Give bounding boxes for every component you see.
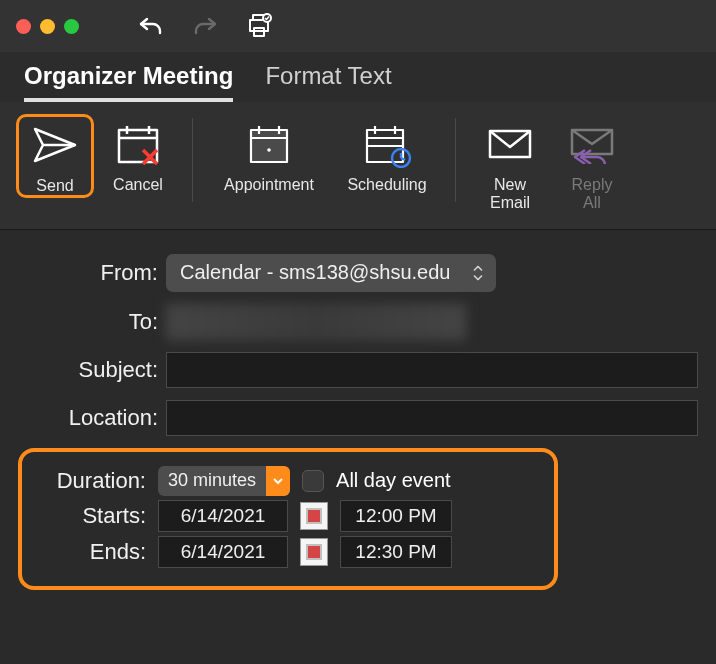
subject-label: Subject:: [18, 357, 158, 383]
chevron-updown-icon: [472, 265, 486, 280]
cancel-button[interactable]: Cancel: [100, 114, 176, 194]
subject-field[interactable]: [166, 352, 698, 388]
start-date-picker-icon[interactable]: [300, 502, 328, 530]
from-value: Calendar - sms138@shsu.edu: [180, 261, 450, 284]
location-field[interactable]: [166, 400, 698, 436]
window-minimize-button[interactable]: [40, 19, 55, 34]
end-date-picker-icon[interactable]: [300, 538, 328, 566]
reply-all-label: Reply All: [572, 176, 613, 213]
scheduling-label: Scheduling: [347, 176, 426, 194]
starts-label: Starts:: [36, 503, 146, 529]
new-email-label: New Email: [490, 176, 530, 213]
from-select[interactable]: Calendar - sms138@shsu.edu: [166, 254, 496, 292]
ribbon-separator: [192, 118, 193, 202]
undo-icon[interactable]: [137, 12, 165, 40]
all-day-label: All day event: [336, 469, 451, 492]
send-label: Send: [36, 177, 73, 195]
svg-rect-10: [251, 130, 287, 162]
send-icon: [29, 119, 81, 171]
ribbon-separator: [455, 118, 456, 202]
svg-point-14: [267, 148, 271, 152]
appointment-button[interactable]: Appointment: [209, 114, 329, 194]
reply-all-icon: [566, 118, 618, 170]
end-time-field[interactable]: 12:30 PM: [340, 536, 452, 568]
appointment-icon: [243, 118, 295, 170]
send-button[interactable]: Send: [16, 114, 94, 198]
all-day-checkbox[interactable]: [302, 470, 324, 492]
duration-select[interactable]: 30 minutes: [158, 466, 290, 496]
scheduling-button[interactable]: Scheduling: [335, 114, 439, 194]
cancel-calendar-icon: [112, 118, 164, 170]
duration-label: Duration:: [36, 468, 146, 494]
window-zoom-button[interactable]: [64, 19, 79, 34]
tab-organizer-meeting[interactable]: Organizer Meeting: [24, 62, 233, 102]
from-label: From:: [18, 260, 158, 286]
ends-label: Ends:: [36, 539, 146, 565]
location-label: Location:: [18, 405, 158, 431]
chevron-down-icon: [266, 466, 290, 496]
start-date-field[interactable]: 6/14/2021: [158, 500, 288, 532]
start-time-field[interactable]: 12:00 PM: [340, 500, 452, 532]
print-icon[interactable]: [245, 12, 273, 40]
redo-icon: [191, 12, 219, 40]
duration-value: 30 minutes: [158, 470, 266, 491]
window-close-button[interactable]: [16, 19, 31, 34]
envelope-icon: [484, 118, 536, 170]
to-label: To:: [18, 309, 158, 335]
cancel-label: Cancel: [113, 176, 163, 194]
end-date-field[interactable]: 6/14/2021: [158, 536, 288, 568]
duration-section: Duration: 30 minutes All day event Start…: [18, 448, 558, 590]
svg-line-22: [401, 158, 405, 160]
tab-format-text[interactable]: Format Text: [265, 62, 391, 102]
new-email-button[interactable]: New Email: [472, 114, 548, 213]
appointment-label: Appointment: [224, 176, 314, 194]
reply-all-button: Reply All: [554, 114, 630, 213]
scheduling-icon: [361, 118, 413, 170]
to-field[interactable]: [166, 304, 466, 340]
